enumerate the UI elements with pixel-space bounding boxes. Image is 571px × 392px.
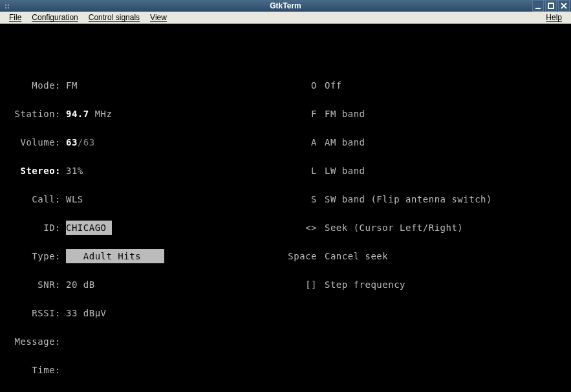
value-id: CHICAGO: [66, 221, 112, 235]
menu-view[interactable]: View: [145, 12, 172, 23]
value-snr: 20 dB: [66, 278, 95, 292]
window-title: GtkTerm: [270, 1, 301, 10]
key-lw: L: [286, 164, 325, 178]
value-rssi: 33 dBµV: [66, 306, 107, 320]
label-type: Type:: [8, 249, 66, 263]
key-off: O: [286, 78, 325, 93]
help-am: AM band: [325, 135, 365, 149]
value-mode: FM: [66, 78, 78, 93]
label-message: Message:: [8, 334, 66, 349]
menubar: File Configuration Control signals View …: [0, 12, 571, 24]
label-call: Call:: [8, 192, 66, 206]
svg-rect-1: [548, 3, 554, 8]
minimize-button[interactable]: [532, 0, 544, 12]
help-lw: LW band: [325, 164, 365, 178]
help-sw: SW band (Flip antenna switch): [325, 192, 492, 206]
key-seek: <>: [286, 221, 325, 235]
close-button[interactable]: [558, 0, 570, 12]
value-stereo: 31%: [66, 164, 83, 178]
label-station: Station:: [8, 107, 66, 121]
label-id: ID:: [8, 221, 66, 235]
menu-configuration[interactable]: Configuration: [27, 12, 83, 23]
label-volume: Volume:: [8, 135, 66, 149]
key-sw: S: [286, 192, 325, 206]
value-call: WLS: [66, 192, 83, 206]
key-step: []: [286, 278, 325, 292]
titlebar: :: GtkTerm: [0, 0, 571, 12]
help-fm: FM band: [325, 107, 365, 121]
key-am: A: [286, 135, 325, 149]
help-step: Step frequency: [325, 278, 405, 292]
help-seek: Seek (Cursor Left/Right): [325, 221, 463, 235]
help-cancel: Cancel seek: [325, 249, 388, 263]
menu-file[interactable]: File: [4, 12, 27, 23]
menu-help[interactable]: Help: [541, 12, 567, 23]
label-stereo: Stereo:: [8, 164, 66, 178]
value-volume-current: 63: [66, 137, 78, 147]
value-volume-max: /63: [78, 137, 95, 147]
value-station-freq: 94.7: [66, 109, 89, 119]
label-time: Time:: [8, 363, 66, 377]
value-station-unit: MHz: [89, 109, 113, 119]
terminal-content: Mode:FM Station:94.7 MHz Volume:63/63 St…: [0, 24, 571, 392]
key-cancel: Space: [286, 249, 325, 263]
label-rssi: RSSI:: [8, 306, 66, 320]
help-off: Off: [325, 78, 342, 93]
label-snr: SNR:: [8, 278, 66, 292]
menu-control-signals[interactable]: Control signals: [83, 12, 145, 23]
label-mode: Mode:: [8, 78, 66, 93]
maximize-button[interactable]: [545, 0, 557, 12]
key-fm: F: [286, 107, 325, 121]
window-menu-icon[interactable]: ::: [1, 0, 13, 12]
value-type: Adult Hits: [66, 249, 164, 263]
